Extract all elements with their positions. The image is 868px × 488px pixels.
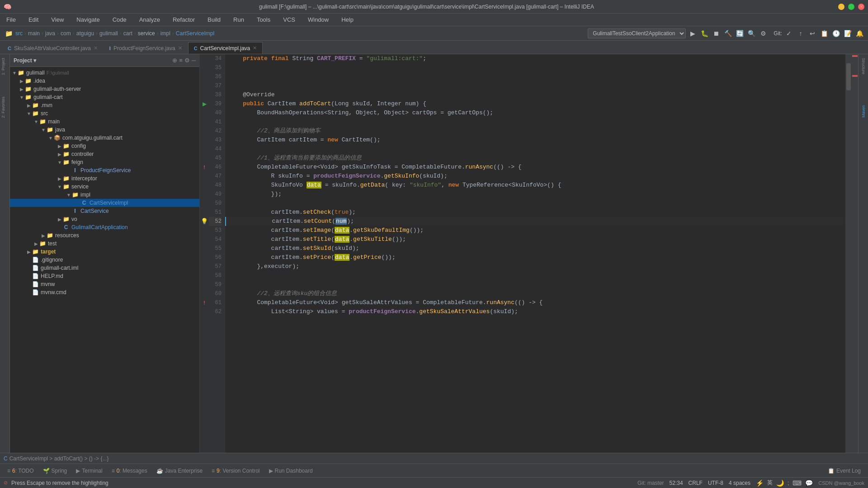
sync-button[interactable]: 🔄: [735, 28, 745, 38]
tree-main[interactable]: ▼ 📁 main: [10, 117, 199, 126]
tree-target[interactable]: ▶ 📁 target: [10, 248, 199, 256]
close-button[interactable]: ✕: [858, 4, 864, 10]
line-separator[interactable]: CRLF: [689, 480, 703, 486]
tool-run-dashboard[interactable]: ▶ Run Dashboard: [265, 467, 316, 475]
run-config-select[interactable]: GulimallTestSsoClient2Application: [588, 28, 686, 38]
vcs-button[interactable]: 📋: [819, 28, 829, 38]
bc-cart[interactable]: cart: [123, 30, 132, 37]
menu-refactor[interactable]: Refactor: [170, 15, 198, 24]
tree-mvnwcmd[interactable]: 📄 mvnw.cmd: [10, 288, 199, 296]
settings-panel-button[interactable]: ⚙: [184, 57, 190, 64]
tool-java-enterprise[interactable]: ☕ Java Enterprise: [153, 467, 206, 475]
bc-gulimall[interactable]: gulimall: [99, 30, 118, 37]
position-indicator[interactable]: 52:34: [670, 480, 683, 486]
bc-main[interactable]: main: [28, 30, 40, 37]
debug-button[interactable]: 🐛: [699, 28, 709, 38]
tree-test[interactable]: ▶ 📁 test: [10, 239, 199, 248]
tree-interceptor[interactable]: ▶ 📁 interceptor: [10, 174, 199, 183]
indent[interactable]: 4 spaces: [729, 480, 750, 486]
tree-mvnw[interactable]: 📄 mvnw: [10, 280, 199, 288]
tree-feign[interactable]: ▼ 📁 feign: [10, 158, 199, 166]
tool-messages[interactable]: ≡ 0: Messages: [108, 467, 151, 475]
history-button[interactable]: 🕐: [831, 28, 841, 38]
tab-product-feign[interactable]: I ProductFeignService.java ✕: [104, 42, 188, 54]
editor-scrollbar[interactable]: [845, 54, 852, 453]
menu-vcs[interactable]: VCS: [280, 15, 298, 24]
bc-com[interactable]: com: [61, 30, 71, 37]
tree-idea[interactable]: ▶ 📁 .idea: [10, 77, 199, 85]
menu-help[interactable]: Help: [339, 15, 356, 24]
lang-icon[interactable]: 英: [767, 479, 773, 487]
maximize-button[interactable]: □: [848, 4, 854, 10]
maven-tab-label[interactable]: Maven: [860, 103, 867, 119]
tree-impl[interactable]: ▼ 📁 impl: [10, 191, 199, 199]
project-tab-label[interactable]: 1: Project: [0, 56, 9, 77]
tree-package[interactable]: ▼ 📦 com.atguigu.gulimall.cart: [10, 134, 199, 142]
git-commit-button[interactable]: ✓: [784, 28, 794, 38]
tree-config[interactable]: ▶ 📁 config: [10, 142, 199, 150]
tab-sku-sale-attr[interactable]: C SkuSaleAttrValueController.java ✕: [2, 42, 104, 54]
menu-edit[interactable]: Edit: [26, 15, 41, 24]
menu-run[interactable]: Run: [231, 15, 247, 24]
tree-service[interactable]: ▼ 📁 service: [10, 183, 199, 191]
menu-window[interactable]: Window: [305, 15, 331, 24]
scrollbar-thumb[interactable]: [846, 63, 851, 90]
moon-icon[interactable]: 🌙: [776, 479, 784, 487]
git-undo-button[interactable]: ↩: [807, 28, 817, 38]
collapse-panel-button[interactable]: ≡: [179, 57, 183, 64]
tree-cart-service[interactable]: I CartService: [10, 207, 199, 215]
tree-cart[interactable]: ▼ 📁 gulimall-cart: [10, 93, 199, 101]
bc-service[interactable]: service: [138, 30, 155, 37]
tab-close-sku[interactable]: ✕: [94, 45, 98, 51]
tree-controller[interactable]: ▶ 📁 controller: [10, 150, 199, 158]
tool-todo[interactable]: ≡ 6: TODO: [4, 467, 38, 475]
bc-src[interactable]: src: [15, 30, 23, 37]
tree-root[interactable]: ▼ 📁 gulimall F:\gulimall: [10, 69, 199, 77]
tool-vcs[interactable]: ≡ 9: Version Control: [208, 467, 263, 475]
tool-event-log[interactable]: 📋 Event Log: [824, 467, 864, 475]
hide-panel-button[interactable]: ─: [192, 57, 196, 64]
git-push-button[interactable]: ↑: [796, 28, 806, 38]
stop-button[interactable]: ⏹: [711, 28, 721, 38]
menu-navigate[interactable]: Navigate: [74, 15, 102, 24]
tree-iml[interactable]: 📄 gulimall-cart.iml: [10, 264, 199, 272]
tree-product-feign[interactable]: I ProductFeignService: [10, 166, 199, 174]
tab-close-cart[interactable]: ✕: [253, 45, 257, 51]
menu-tools[interactable]: Tools: [254, 15, 273, 24]
bc-class[interactable]: CartServiceImpl: [176, 30, 214, 37]
search-everywhere-button[interactable]: 🔍: [746, 28, 756, 38]
settings-button[interactable]: ⚙: [758, 28, 768, 38]
project-icon-btn[interactable]: 📁: [4, 28, 14, 38]
tool-terminal[interactable]: ▶ Terminal: [72, 467, 106, 475]
tree-gitignore[interactable]: 📄 .gitignore: [10, 256, 199, 264]
power-icon[interactable]: ⚡: [756, 479, 764, 487]
notification-button[interactable]: 🔔: [854, 28, 864, 38]
menu-build[interactable]: Build: [205, 15, 223, 24]
tree-help[interactable]: 📄 HELP.md: [10, 272, 199, 280]
keyboard-icon[interactable]: ⌨: [793, 479, 802, 487]
tree-main-class[interactable]: C GulimallCartApplication: [10, 223, 199, 231]
menu-analyze[interactable]: Analyze: [137, 15, 163, 24]
code-content[interactable]: private final String CART_PREFIX = "guli…: [225, 54, 845, 453]
tree-auth-server[interactable]: ▶ 📁 gulimall-auth-server: [10, 85, 199, 93]
bc-java[interactable]: java: [45, 30, 55, 37]
chat-icon[interactable]: 💬: [805, 479, 813, 487]
encoding[interactable]: UTF-8: [708, 480, 723, 486]
structure-tab-label[interactable]: Structure: [860, 56, 867, 76]
tree-src[interactable]: ▼ 📁 src: [10, 109, 199, 117]
tree-java[interactable]: ▼ 📁 java: [10, 126, 199, 134]
bc-atguigu[interactable]: atguigu: [76, 30, 94, 37]
run-button[interactable]: ▶: [688, 28, 698, 38]
annotate-button[interactable]: 📝: [843, 28, 853, 38]
favorites-tab-label[interactable]: 2: Favorites: [0, 95, 9, 120]
tab-cart-service-impl[interactable]: C CartServiceImpl.java ✕: [188, 42, 263, 54]
build-button[interactable]: 🔨: [723, 28, 733, 38]
tree-mvn[interactable]: ▶ 📁 .mvn: [10, 101, 199, 109]
bc-impl[interactable]: impl: [160, 30, 170, 37]
minimize-button[interactable]: ─: [838, 4, 844, 10]
gutter-run-39[interactable]: ▶: [200, 99, 209, 108]
tree-cart-service-impl[interactable]: C CartServiceImpl: [10, 199, 199, 207]
semicolon-icon[interactable]: ;: [788, 480, 789, 486]
menu-file[interactable]: File: [4, 15, 19, 24]
tab-close-feign[interactable]: ✕: [178, 45, 182, 51]
